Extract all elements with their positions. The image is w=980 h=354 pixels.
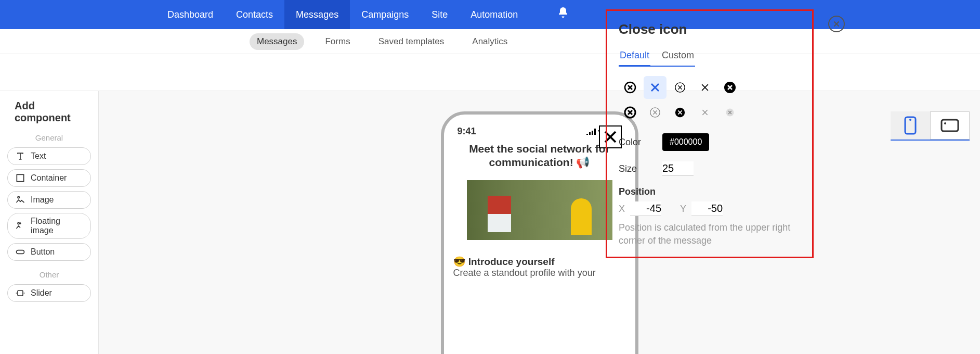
tab-default[interactable]: Default bbox=[619, 47, 650, 67]
nav-automation[interactable]: Automation bbox=[459, 0, 529, 29]
close-icon bbox=[832, 19, 841, 29]
desktop-icon bbox=[940, 119, 959, 132]
canvas: 9:41 Meet the social network for communi… bbox=[99, 91, 980, 354]
icon-option-3[interactable] bbox=[694, 76, 716, 99]
component-image[interactable]: Image bbox=[7, 191, 91, 209]
size-label: Size bbox=[619, 163, 650, 174]
component-button-label: Button bbox=[31, 247, 55, 257]
position-help: Position is calculated from the upper ri… bbox=[619, 221, 801, 247]
subnav-messages[interactable]: Messages bbox=[250, 33, 304, 50]
component-floating-image-label: Floating image bbox=[31, 217, 83, 235]
slider-icon bbox=[15, 288, 25, 298]
phone-status-bar: 9:41 bbox=[450, 124, 629, 142]
pos-y-label: Y bbox=[680, 204, 686, 214]
component-floating-image[interactable]: Floating image bbox=[7, 213, 91, 239]
icon-option-0[interactable] bbox=[619, 76, 642, 99]
component-container[interactable]: Container bbox=[7, 169, 91, 187]
svg-rect-0 bbox=[17, 174, 23, 181]
icon-option-4[interactable] bbox=[718, 76, 741, 99]
group-other-label: Other bbox=[5, 270, 93, 279]
pos-y-input[interactable] bbox=[691, 201, 723, 216]
component-slider[interactable]: Slider bbox=[7, 284, 91, 302]
section-body: Create a standout profile with your bbox=[450, 268, 629, 279]
floating-image-icon bbox=[15, 221, 25, 231]
nav-site[interactable]: Site bbox=[420, 0, 459, 29]
svg-point-6 bbox=[909, 119, 911, 121]
nav-campaigns[interactable]: Campaigns bbox=[350, 0, 420, 29]
color-row: Color #000000 bbox=[619, 133, 801, 151]
nav-contacts[interactable]: Contacts bbox=[225, 0, 284, 29]
color-label: Color bbox=[619, 137, 650, 148]
sidebar-title: Add component bbox=[15, 100, 93, 124]
text-icon bbox=[15, 151, 25, 161]
device-mobile-button[interactable] bbox=[891, 111, 930, 140]
section-heading: 😎 Introduce yourself bbox=[450, 256, 629, 268]
component-text-label: Text bbox=[31, 151, 46, 161]
icon-option-1[interactable] bbox=[644, 76, 667, 99]
svg-rect-1 bbox=[17, 250, 24, 254]
position-row: X Y bbox=[619, 201, 801, 216]
pos-x-label: X bbox=[619, 204, 625, 214]
panel-tabs: Default Custom bbox=[619, 47, 695, 67]
icon-option-5[interactable] bbox=[619, 101, 642, 124]
sub-nav: Messages Forms Saved templates Analytics bbox=[0, 29, 980, 54]
component-container-label: Container bbox=[31, 173, 67, 183]
icon-option-6[interactable] bbox=[644, 101, 667, 124]
panel-close-button[interactable] bbox=[828, 16, 845, 32]
device-desktop-button[interactable] bbox=[930, 111, 970, 140]
pos-x-input[interactable] bbox=[630, 201, 661, 216]
subnav-forms[interactable]: Forms bbox=[318, 33, 357, 50]
properties-panel: Close icon Default Custom Color #000000 … bbox=[606, 9, 814, 258]
button-icon bbox=[15, 247, 25, 257]
icon-option-8[interactable] bbox=[694, 101, 716, 124]
close-icon-options bbox=[619, 76, 754, 124]
tab-custom[interactable]: Custom bbox=[661, 47, 695, 66]
component-button[interactable]: Button bbox=[7, 243, 91, 261]
phone-time: 9:41 bbox=[458, 126, 476, 137]
svg-rect-7 bbox=[942, 120, 958, 131]
main: Add component General Text Container Ima… bbox=[0, 54, 980, 354]
image-icon bbox=[15, 195, 25, 205]
mobile-icon bbox=[904, 116, 917, 135]
component-image-label: Image bbox=[31, 195, 54, 205]
component-sidebar: Add component General Text Container Ima… bbox=[0, 91, 99, 354]
icon-option-2[interactable] bbox=[669, 76, 691, 99]
signal-icon bbox=[586, 129, 596, 135]
component-text[interactable]: Text bbox=[7, 147, 91, 165]
subnav-analytics[interactable]: Analytics bbox=[465, 33, 515, 50]
size-input[interactable] bbox=[662, 161, 694, 176]
position-label: Position bbox=[619, 186, 801, 197]
svg-rect-2 bbox=[18, 290, 23, 296]
subnav-saved-templates[interactable]: Saved templates bbox=[371, 33, 452, 50]
device-toggle bbox=[891, 111, 970, 141]
nav-messages[interactable]: Messages bbox=[284, 0, 350, 29]
svg-point-8 bbox=[944, 122, 946, 124]
icon-option-9[interactable] bbox=[718, 101, 741, 124]
container-icon bbox=[15, 173, 25, 183]
nav-dashboard[interactable]: Dashboard bbox=[156, 0, 225, 29]
icon-option-7[interactable] bbox=[669, 101, 691, 124]
size-row: Size bbox=[619, 161, 801, 176]
component-slider-label: Slider bbox=[31, 288, 52, 298]
group-general-label: General bbox=[5, 133, 93, 142]
panel-title: Close icon bbox=[619, 21, 801, 37]
message-image bbox=[467, 180, 612, 240]
color-value[interactable]: #000000 bbox=[662, 133, 709, 151]
notifications-icon[interactable] bbox=[557, 6, 569, 21]
